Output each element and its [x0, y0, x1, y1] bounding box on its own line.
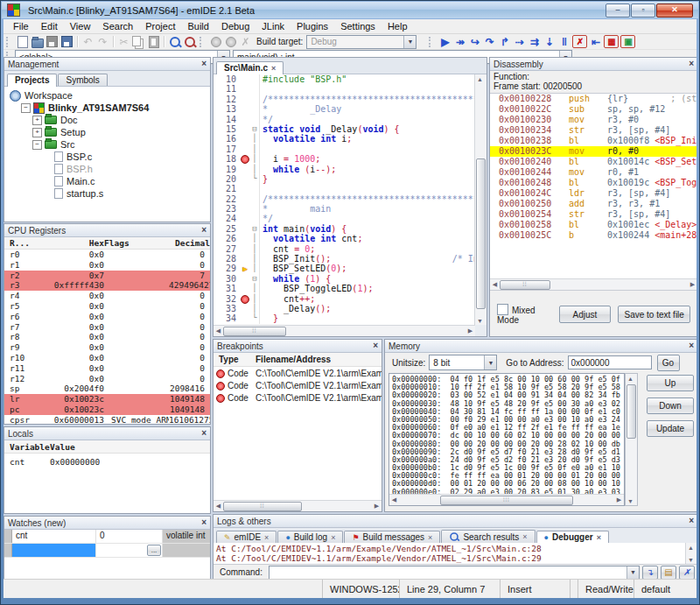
gutter[interactable] — [240, 144, 250, 154]
load-history-button[interactable]: ↴ — [642, 566, 658, 580]
memory-vertical-scrollbar[interactable]: ▲ ▼ — [625, 373, 638, 506]
memory-row[interactable]: 0x000000c0: fe ff ff ea 00 01 20 00 00 0… — [392, 472, 624, 480]
menu-item-build[interactable]: Build — [181, 20, 214, 32]
code-line-19[interactable]: 19│ while (i--); — [214, 165, 475, 174]
code-line-24[interactable]: 24*/ — [214, 214, 475, 223]
column-header[interactable]: Value — [50, 442, 75, 452]
log-tab-emide[interactable]: ✎emIDE× — [216, 531, 276, 543]
tree-item-workspace[interactable]: Workspace — [6, 89, 208, 102]
log-tab-build-messages[interactable]: ⚑Build messages× — [344, 531, 440, 543]
cut-icon[interactable]: ✂ — [116, 35, 131, 48]
disasm-row[interactable]: 0x0010025Cb0x100244 <main+28> — [490, 230, 696, 241]
step-into-icon[interactable]: ↱ — [497, 35, 512, 48]
save-all-icon[interactable] — [60, 35, 74, 48]
close-icon[interactable]: × — [331, 533, 335, 542]
update-button[interactable]: Update — [647, 420, 694, 437]
code-line-15[interactable]: 15⊟static void _Delay(void) { — [214, 124, 475, 134]
column-header[interactable]: Hex — [38, 238, 104, 248]
gutter[interactable] — [240, 74, 250, 84]
tab-projects[interactable]: Projects — [7, 74, 57, 87]
gutter[interactable] — [240, 284, 250, 293]
menu-item-search[interactable]: Search — [96, 20, 139, 32]
code-line-11[interactable]: 11 — [214, 84, 475, 94]
next-instruction-icon[interactable]: ⇉ — [527, 35, 542, 48]
gutter[interactable] — [240, 304, 250, 313]
memory-row[interactable]: 0x000000d0: 00 01 20 00 00 06 20 00 08 0… — [392, 480, 624, 488]
close-icon[interactable]: × — [201, 60, 206, 68]
gutter[interactable] — [240, 274, 250, 284]
gutter[interactable] — [240, 214, 250, 223]
gutter[interactable] — [240, 194, 250, 204]
register-row-lr[interactable]: lr0x10023c1049148 — [4, 394, 210, 405]
editor-horizontal-scrollbar[interactable]: ◀ ⦙⦙ ▶ — [214, 325, 475, 336]
menu-item-plugins[interactable]: Plugins — [290, 20, 334, 32]
close-icon[interactable]: × — [597, 533, 601, 542]
toolbar-grip[interactable] — [6, 37, 12, 47]
command-input[interactable]: ▼ — [269, 566, 640, 580]
register-row-r0[interactable]: r00x00 — [4, 250, 210, 260]
memory-row[interactable]: 0x00000030: 48 10 9f e5 48 20 9f e5 00 3… — [392, 400, 624, 408]
register-row-r3[interactable]: r30xfffff4304294964272 — [4, 280, 210, 291]
disasm-row[interactable]: 0x00100240bl0x10014c <BSP_SetLED> — [490, 157, 696, 167]
code-line-27[interactable]: 27│ cnt = 0; — [214, 244, 475, 254]
close-icon[interactable]: × — [689, 517, 694, 525]
breakpoint-row[interactable]: CodeC:\Tool\C\emIDE V2.1\arm\Example\Ven… — [214, 391, 382, 404]
save-file-icon[interactable] — [45, 35, 60, 48]
gutter[interactable] — [240, 224, 250, 234]
code-line-13[interactable]: 13* _Delay — [214, 104, 475, 114]
register-row-r8[interactable]: r80x00 — [4, 332, 210, 342]
fold-start-icon[interactable]: ⊟ — [250, 224, 260, 234]
title-bar[interactable]: Src\Main.c [Blinky_AT91SAM7S64] - emIDE … — [2, 2, 698, 18]
fold-start-icon[interactable]: ⊟ — [250, 274, 260, 284]
expand-icon[interactable]: + — [32, 116, 42, 125]
scroll-left-icon[interactable]: ◀ — [214, 502, 223, 510]
gutter[interactable] — [240, 184, 250, 193]
various-info-icon[interactable]: ▣ — [620, 35, 635, 48]
close-icon[interactable]: × — [201, 226, 206, 235]
code-line-30[interactable]: 30⊟ while (1) { — [214, 274, 475, 284]
memory-row[interactable]: 0x000000b0: 1c d0 9f e5 1c 00 9f e5 0f e… — [392, 464, 624, 472]
register-row-r10[interactable]: r100x00 — [4, 353, 210, 363]
close-button[interactable]: ✕ — [656, 4, 693, 18]
local-row-cnt[interactable]: cnt0x00000000 — [4, 456, 210, 468]
scroll-right-icon[interactable]: ▶ — [614, 496, 624, 504]
copy-icon[interactable] — [131, 35, 146, 48]
column-header[interactable]: Type — [214, 355, 256, 364]
scroll-right-icon[interactable]: ▶ — [466, 327, 475, 335]
close-icon[interactable]: × — [373, 341, 378, 350]
log-tab-debugger[interactable]: ●Debugger× — [536, 531, 609, 544]
build-icon[interactable] — [223, 35, 238, 48]
register-row-r1[interactable]: r10x00 — [4, 260, 210, 271]
code-line-14[interactable]: 14*/ — [214, 115, 475, 124]
debugger-log[interactable]: At C:/Tool/C/EMIDEV~1.1/arm/Example/Vend… — [214, 543, 696, 564]
memory-row[interactable]: 0x00000020: 03 00 52 e1 04 00 91 34 04 0… — [392, 391, 624, 399]
menu-item-view[interactable]: View — [64, 20, 97, 32]
close-icon[interactable]: × — [271, 64, 276, 73]
disasm-row[interactable]: 0x0010024Cldrr3, [sp, #4] — [490, 188, 696, 199]
memory-row[interactable]: 0x00000040: 04 30 81 14 fc ff ff 1a 00 0… — [392, 408, 624, 416]
run-to-cursor-icon[interactable]: ↠ — [452, 35, 467, 48]
menu-item-debug[interactable]: Debug — [215, 20, 256, 32]
chevron-down-icon[interactable]: ▼ — [626, 566, 639, 579]
fold-start-icon[interactable]: ⊟ — [250, 124, 260, 134]
memory-row[interactable]: 0x00000070: dc 00 10 00 60 02 10 00 00 0… — [392, 432, 624, 440]
menu-item-project[interactable]: Project — [139, 20, 181, 32]
gutter[interactable] — [240, 244, 250, 254]
code-line-20[interactable]: 20└} — [214, 174, 475, 184]
gutter[interactable] — [240, 134, 250, 144]
clear-log-button[interactable]: ✗ — [679, 566, 695, 580]
memory-row[interactable]: 0x00000080: 00 00 20 00 00 00 20 00 28 0… — [392, 440, 624, 448]
memory-row[interactable]: 0x00000060: 0f e0 a0 e1 12 ff 2f e1 fe f… — [392, 424, 624, 432]
up-button[interactable]: Up — [647, 375, 694, 391]
scroll-up-icon[interactable]: ▲ — [475, 74, 485, 83]
build-target-combobox[interactable]: Debug▼ — [306, 35, 416, 49]
register-row-r11[interactable]: r110x00 — [4, 363, 210, 374]
ellipsis-button[interactable]: ... — [147, 545, 161, 556]
next-line-icon[interactable]: ↪ — [467, 35, 482, 48]
editor-tab-main-c[interactable]: Src\Main.c × — [216, 61, 284, 74]
scroll-up-icon[interactable]: ▲ — [626, 374, 635, 383]
tree-item-blinky-at91sam7s64[interactable]: −Blinky_AT91SAM7S64 — [6, 102, 208, 114]
memory-row[interactable]: 0x00000000: 04 f0 1f e5 8c 00 10 00 60 0… — [392, 376, 624, 383]
column-header[interactable]: Variable — [4, 442, 50, 452]
tree-item-main-c[interactable]: Main.c — [6, 175, 208, 187]
